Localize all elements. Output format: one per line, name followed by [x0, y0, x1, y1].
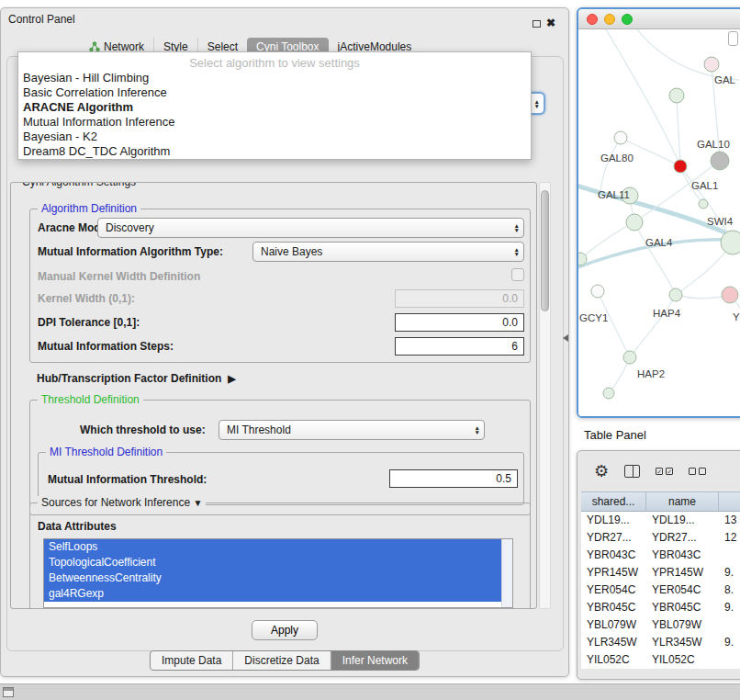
bottom-window-strip — [0, 683, 740, 700]
data-attributes-list[interactable]: SelfLoops TopologicalCoefficient Between… — [43, 538, 513, 608]
node-left-edge[interactable] — [578, 253, 587, 265]
settings-scrollbar[interactable] — [539, 182, 551, 609]
popup-item-bayesian-k2[interactable]: Bayesian - K2 — [18, 130, 531, 144]
float-window-icon[interactable] — [533, 20, 541, 28]
list-item-topologicalcoefficient[interactable]: TopologicalCoefficient — [44, 555, 501, 570]
node-gal10-red[interactable] — [674, 160, 687, 173]
cell-name: YBR045C — [646, 599, 719, 616]
table-row[interactable]: YBL079W YBL079W — [581, 616, 740, 634]
cell-name: YDL19... — [646, 512, 719, 529]
table-row[interactable]: YBR043C YBR043C — [581, 547, 740, 564]
manual-kernel-width-checkbox[interactable] — [511, 268, 524, 281]
column-header-partial[interactable] — [719, 492, 740, 511]
node-label-hap4: HAP4 — [653, 308, 681, 319]
hub-transcription-section-toggle[interactable]: Hub/Transcription Factor Definition ▶ — [37, 372, 236, 385]
aracne-mode-select[interactable]: Discovery ▲▼ — [97, 218, 524, 238]
popup-placeholder: Select algorithm to view settings — [18, 55, 531, 71]
table-row[interactable]: YLR345W YLR345W 9. — [581, 634, 740, 651]
mi-algorithm-type-label: Mutual Information Algorithm Type: — [38, 245, 223, 258]
node-label-gal1: GAL1 — [691, 180, 718, 191]
cell-shared-name: YBL079W — [581, 616, 646, 634]
column-header-name[interactable]: name — [646, 492, 719, 511]
cell-name: YER054C — [646, 581, 719, 599]
popup-item-dream8[interactable]: Dream8 DC_TDC Algorithm — [18, 144, 531, 159]
node-gal80[interactable] — [614, 131, 627, 144]
node-pale-pink[interactable] — [704, 57, 719, 72]
popup-item-aracne[interactable]: ARACNE Algorithm — [18, 100, 531, 115]
apply-button[interactable]: Apply — [252, 620, 318, 640]
zoom-traffic-light-icon[interactable] — [622, 14, 633, 25]
which-threshold-select[interactable]: MI Threshold ▲▼ — [219, 420, 485, 440]
cell-shared-name: YPR145W — [581, 564, 646, 581]
table-row[interactable]: YIL052C YIL052C — [581, 651, 740, 669]
table-row[interactable]: YPR145W YPR145W 9. — [581, 564, 740, 581]
node-hap2[interactable] — [623, 351, 636, 364]
close-icon[interactable]: ✖ — [546, 17, 555, 29]
columns-icon[interactable] — [624, 465, 640, 478]
popup-item-basic-correlation[interactable]: Basic Correlation Inference — [18, 85, 531, 100]
which-threshold-label: Which threshold to use: — [80, 423, 206, 436]
sources-group: Sources for Network Inference ▼ Data Att… — [29, 502, 531, 609]
cell-value — [719, 616, 740, 634]
algorithm-dropdown-popup: Select algorithm to view settings Bayesi… — [17, 51, 532, 160]
table-toolbar: ⚙ ✓ ✓ — [577, 457, 740, 486]
column-header-shared-name[interactable]: shared... — [581, 492, 646, 511]
mi-threshold-field[interactable]: 0.5 — [389, 469, 518, 488]
mi-threshold-label: Mutual Information Threshold: — [48, 473, 207, 486]
node-label-hap2: HAP2 — [637, 368, 665, 379]
table-row[interactable]: YER054C YER054C 8. — [581, 581, 740, 599]
list-scrollbar[interactable] — [501, 539, 512, 607]
cell-name: YDR27... — [646, 529, 719, 547]
table-row[interactable]: YDR27... YDR27... 12 — [581, 529, 740, 547]
list-item-selfloops[interactable]: SelfLoops — [44, 539, 501, 555]
dpi-tolerance-field[interactable]: 0.0 — [395, 313, 524, 332]
popup-item-mutual-information[interactable]: Mutual Information Inference — [18, 115, 531, 130]
hub-section-label: Hub/Transcription Factor Definition — [37, 372, 221, 385]
table-row[interactable]: YBR045C YBR045C 9. — [581, 599, 740, 616]
sources-title: Sources for Network Inference — [41, 496, 190, 509]
minimize-traffic-light-icon[interactable] — [604, 14, 615, 25]
canvas-scrollbar-thumb[interactable] — [728, 31, 738, 46]
close-traffic-light-icon[interactable] — [587, 14, 598, 25]
scrollbar-thumb[interactable] — [541, 190, 549, 311]
network-graph[interactable]: GAL80 GAL10 GAL11 GAL1 SWI4 GAL4 GCY1 HA… — [578, 29, 740, 416]
kernel-width-field[interactable]: 0.0 — [395, 289, 524, 308]
aracne-mode-value: Discovery — [106, 221, 154, 234]
manual-kernel-width-label: Manual Kernel Width Definition — [38, 270, 200, 283]
node-gray[interactable] — [711, 152, 729, 170]
node-green-top[interactable] — [669, 88, 684, 103]
cell-name: YPR145W — [646, 564, 719, 581]
node-swi4[interactable] — [721, 231, 740, 254]
cell-name: YBL079W — [646, 616, 719, 634]
node-hap4[interactable] — [669, 288, 682, 301]
unchecked-columns-icon[interactable] — [689, 468, 706, 475]
minimized-window-icon[interactable] — [3, 687, 14, 697]
checkbox-checked-icon: ✓ — [666, 468, 673, 475]
node-pink[interactable] — [722, 287, 738, 303]
network-window-titlebar[interactable] — [578, 9, 740, 29]
checkbox-empty-icon — [689, 468, 696, 475]
node-gal1[interactable] — [699, 199, 708, 209]
node-gal4[interactable] — [626, 214, 643, 231]
checked-columns-icon[interactable]: ✓ ✓ — [656, 468, 673, 475]
sources-section-toggle[interactable]: Sources for Network Inference ▼ — [38, 496, 206, 509]
panel-splitter-grip[interactable] — [563, 334, 568, 342]
node-gcy1[interactable] — [591, 285, 604, 298]
tab-infer-network[interactable]: Infer Network — [331, 651, 419, 670]
network-canvas[interactable]: GAL80 GAL10 GAL11 GAL1 SWI4 GAL4 GCY1 HA… — [578, 29, 740, 416]
node-label-gal80: GAL80 — [600, 152, 633, 164]
tab-discretize-data[interactable]: Discretize Data — [232, 651, 330, 670]
list-item-gal4rgexp[interactable]: gal4RGexp — [44, 586, 501, 602]
table-panel-title: Table Panel — [584, 428, 646, 442]
mi-algorithm-type-select[interactable]: Naive Bayes ▲▼ — [252, 242, 524, 262]
tab-impute-data[interactable]: Impute Data — [151, 651, 232, 670]
popup-item-bayesian-hill-climbing[interactable]: Bayesian - Hill Climbing — [18, 71, 531, 85]
group-title: MI Threshold Definition — [46, 446, 166, 458]
desktop: Control Panel ✖ Network Style Select Cyn… — [0, 0, 740, 700]
gear-icon[interactable]: ⚙ — [594, 463, 609, 480]
list-item-betweennesscentrality[interactable]: BetweennessCentrality — [44, 570, 501, 586]
node-bottom[interactable] — [603, 388, 614, 399]
group-title: Cyni Algorithm Settings — [18, 182, 140, 188]
table-row[interactable]: YDL19... YDL19... 13 — [581, 512, 740, 529]
mi-steps-field[interactable]: 6 — [395, 337, 524, 356]
